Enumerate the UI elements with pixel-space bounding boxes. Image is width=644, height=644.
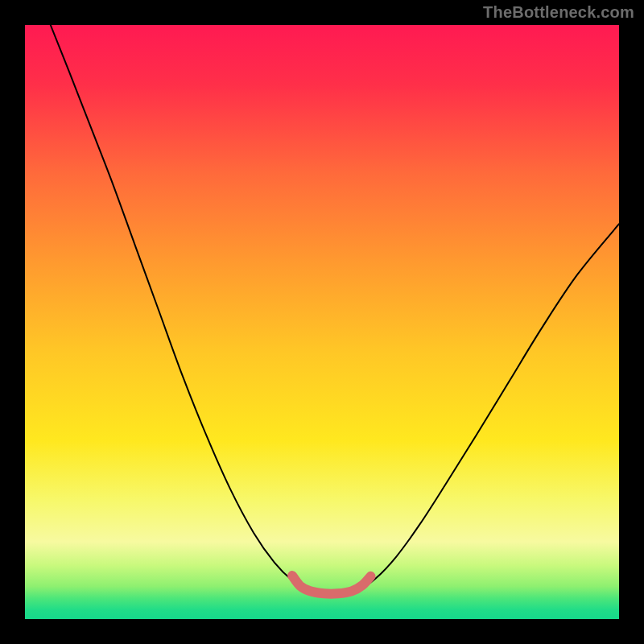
watermark-text: TheBottleneck.com	[483, 3, 634, 22]
chart-frame: TheBottleneck.com	[0, 0, 644, 644]
gradient-background	[25, 25, 619, 619]
plot-area	[25, 25, 619, 619]
chart-svg	[25, 25, 619, 619]
